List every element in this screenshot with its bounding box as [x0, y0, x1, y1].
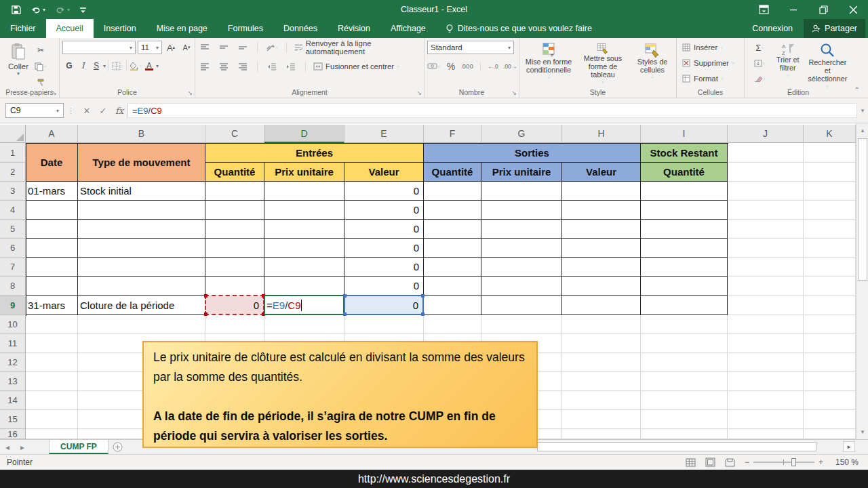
cell-J12[interactable]	[728, 353, 804, 372]
format-as-table-button[interactable]: Mettre sous forme de tableau▾	[576, 41, 629, 87]
header-prix-unitaire[interactable]: Prix unitaire	[264, 163, 344, 182]
cell-A8[interactable]	[26, 277, 78, 296]
cell-B6[interactable]	[78, 239, 205, 258]
cell-H15[interactable]	[562, 410, 641, 429]
cell-E4[interactable]: 0	[344, 201, 424, 220]
cell-I7[interactable]	[641, 258, 728, 277]
row-header-1[interactable]: 1	[0, 143, 26, 163]
redo-caret-icon[interactable]: ▾	[67, 7, 70, 13]
cell-J14[interactable]	[728, 391, 804, 410]
cell-H6[interactable]	[562, 239, 641, 258]
column-header-K[interactable]: K	[804, 125, 856, 143]
cell-C5[interactable]	[205, 220, 264, 239]
cell-F6[interactable]	[424, 239, 481, 258]
cell-F5[interactable]	[424, 220, 481, 239]
cell-A9[interactable]: 31-mars	[26, 296, 78, 315]
zoom-percentage[interactable]: 150 %	[833, 458, 859, 467]
header-entrées[interactable]: Entrées	[205, 143, 424, 163]
close-button[interactable]	[838, 0, 868, 19]
align-right-icon[interactable]	[236, 60, 250, 73]
cell-A5[interactable]	[26, 220, 78, 239]
cell-B3[interactable]: Stock initial	[78, 182, 205, 201]
paste-caret-icon[interactable]: ▾	[17, 70, 20, 77]
cell-I3[interactable]	[641, 182, 728, 201]
cell-B9[interactable]: Cloture de la période	[78, 296, 205, 315]
cell-H16[interactable]	[562, 429, 641, 439]
cell-E5[interactable]: 0	[344, 220, 424, 239]
row-header-6[interactable]: 6	[0, 239, 26, 258]
cell-C3[interactable]	[205, 182, 264, 201]
column-header-C[interactable]: C	[205, 125, 264, 143]
cell-G8[interactable]	[481, 277, 562, 296]
cell-G7[interactable]	[481, 258, 562, 277]
align-middle-icon[interactable]	[217, 41, 231, 54]
cell-H9[interactable]	[562, 296, 641, 315]
column-header-D[interactable]: D	[264, 125, 344, 143]
cell-J11[interactable]	[728, 334, 804, 353]
page-break-view-icon[interactable]	[725, 458, 735, 467]
cell-G6[interactable]	[481, 239, 562, 258]
cell-I11[interactable]	[641, 334, 728, 353]
cell-J15[interactable]	[728, 410, 804, 429]
font-size-input[interactable]: 11▾	[138, 41, 162, 54]
header-stock-restant[interactable]: Stock Restant	[641, 143, 728, 163]
tab-insertion[interactable]: Insertion	[94, 19, 146, 38]
cell-B7[interactable]	[78, 258, 205, 277]
column-header-E[interactable]: E	[344, 125, 424, 143]
decrease-indent-icon[interactable]	[265, 60, 279, 73]
row-header-14[interactable]: 14	[0, 391, 26, 410]
cell-H7[interactable]	[562, 258, 641, 277]
font-dialog-launcher-icon[interactable]: ↘	[187, 89, 193, 96]
horizontal-scroll-thumb[interactable]	[537, 442, 816, 451]
cell-H11[interactable]	[562, 334, 641, 353]
cell-I10[interactable]	[641, 315, 728, 334]
row-header-10[interactable]: 10	[0, 315, 26, 334]
cell-I4[interactable]	[641, 201, 728, 220]
align-center-icon[interactable]	[217, 60, 231, 73]
wrap-text-button[interactable]: Renvoyer à la ligne automatiquement	[294, 41, 422, 54]
insert-function-icon[interactable]: fx	[111, 106, 127, 116]
cell-A15[interactable]	[26, 410, 78, 429]
cell-D4[interactable]	[264, 201, 344, 220]
cell-B8[interactable]	[78, 277, 205, 296]
row-header-4[interactable]: 4	[0, 201, 26, 220]
cell-J5[interactable]	[728, 220, 804, 239]
row-header-13[interactable]: 13	[0, 372, 26, 391]
cell-H5[interactable]	[562, 220, 641, 239]
number-dialog-launcher-icon[interactable]: ↘	[511, 89, 517, 96]
cell-H14[interactable]	[562, 391, 641, 410]
row-header-5[interactable]: 5	[0, 220, 26, 239]
zoom-slider[interactable]: − +	[745, 458, 823, 467]
cell-D8[interactable]	[264, 277, 344, 296]
cell-B10[interactable]	[78, 315, 205, 334]
cell-I13[interactable]	[641, 372, 728, 391]
insert-cells-button[interactable]: Insérer▾	[682, 41, 743, 54]
header-quantité[interactable]: Quantité	[424, 163, 481, 182]
find-select-button[interactable]: Rechercher et sélectionner▾	[805, 41, 850, 91]
cell-H10[interactable]	[562, 315, 641, 334]
increase-decimal-icon[interactable]: ←.0	[486, 60, 500, 73]
cell-D6[interactable]	[264, 239, 344, 258]
paste-button[interactable]: Coller ▾	[3, 41, 34, 89]
editing-cell-D9[interactable]: =E9/C9	[264, 295, 344, 315]
minimize-button[interactable]	[778, 0, 808, 19]
font-color-caret-icon[interactable]: ▾	[156, 63, 159, 69]
cell-A3[interactable]: 01-mars	[26, 182, 78, 201]
header-date[interactable]: Date	[26, 143, 78, 182]
font-color-icon[interactable]: A	[142, 59, 156, 73]
cell-C7[interactable]	[205, 258, 264, 277]
formula-bar-expand-icon[interactable]: ▾	[857, 107, 868, 114]
column-header-I[interactable]: I	[641, 125, 728, 143]
scroll-right-icon[interactable]: ▸	[843, 441, 855, 452]
name-box[interactable]: C9▾	[5, 103, 64, 118]
cell-J9[interactable]	[728, 296, 804, 315]
cell-C6[interactable]	[205, 239, 264, 258]
cell-D5[interactable]	[264, 220, 344, 239]
cell-K11[interactable]	[804, 334, 856, 353]
cell-J2[interactable]	[728, 163, 804, 182]
cell-I12[interactable]	[641, 353, 728, 372]
number-format-select[interactable]: Standard▾	[427, 41, 514, 54]
header-valeur[interactable]: Valeur	[344, 163, 424, 182]
ribbon-display-options-icon[interactable]	[749, 0, 778, 19]
cell-J3[interactable]	[728, 182, 804, 201]
